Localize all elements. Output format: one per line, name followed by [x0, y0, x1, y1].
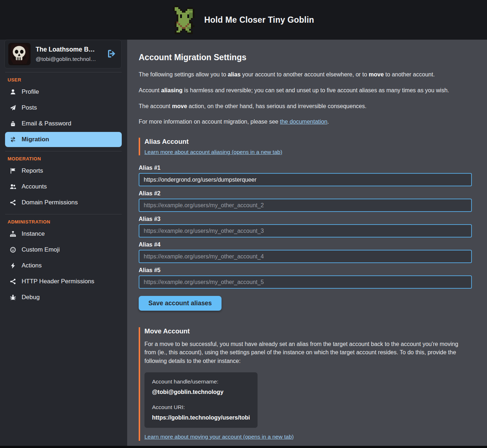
sidebar-item-migration[interactable]: Migration [5, 132, 122, 147]
sidebar-item-debug[interactable]: Debug [5, 290, 122, 305]
sign-out-icon [107, 49, 116, 59]
sidebar-item-label: Domain Permissions [22, 199, 78, 206]
share-nodes-icon [9, 199, 16, 206]
sidebar-item-label: Debug [22, 294, 40, 301]
sidebar: The Loathsome B… @tobi@goblin.technol… U… [0, 40, 127, 448]
sidebar-item-domain-permissions[interactable]: Domain Permissions [5, 195, 122, 210]
move-details-box: Account handle/username: @tobi@goblin.te… [144, 372, 258, 428]
alias-field: Alias #4 [139, 241, 472, 263]
sidebar-item-label: Posts [22, 104, 37, 111]
sitemap-icon [9, 231, 16, 237]
alias-field: Alias #2 [139, 190, 472, 212]
alias-form: Alias #1 Alias #2 Alias #3 Alias #4 Alia… [139, 165, 472, 289]
alias-docs-link[interactable]: Learn more about account aliasing (opens… [144, 149, 282, 155]
transfer-icon [9, 136, 16, 143]
user-card[interactable]: The Loathsome B… @tobi@goblin.technol… [4, 40, 122, 68]
sidebar-nav: USERProfilePostsEmail & PasswordMigratio… [0, 72, 127, 309]
smiley-icon [9, 247, 16, 253]
documentation-link[interactable]: the documentation [280, 119, 327, 125]
sidebar-item-custom-emoji[interactable]: Custom Emoji [5, 242, 122, 257]
avatar [8, 43, 31, 65]
alias-field: Alias #1 [139, 165, 472, 186]
alias-field: Alias #3 [139, 216, 472, 238]
account-uri-value: https://goblin.technology/users/tobi [152, 414, 250, 421]
alias-field: Alias #5 [139, 267, 472, 289]
alias-section: Alias Account Learn more about account a… [139, 138, 472, 311]
sidebar-item-reports[interactable]: Reports [5, 163, 122, 178]
sidebar-section-label: USER [8, 77, 122, 83]
logout-button[interactable] [106, 49, 118, 59]
sidebar-section-user: USERProfilePostsEmail & PasswordMigratio… [5, 72, 122, 151]
app-root: Hold Me Closer Tiny Goblin [0, 0, 487, 448]
account-uri-label: Account URI: [152, 404, 250, 411]
sidebar-item-instance[interactable]: Instance [5, 226, 122, 241]
sidebar-item-label: Profile [22, 88, 39, 96]
user-handle: @tobi@goblin.technol… [36, 56, 100, 62]
display-name: The Loathsome B… [36, 46, 100, 53]
sidebar-section-administration: ADMINISTRATIONInstanceCustom EmojiAction… [5, 214, 122, 309]
alias-field-label: Alias #2 [139, 190, 472, 197]
sidebar-section-label: ADMINISTRATION [8, 219, 122, 225]
sidebar-section-moderation: MODERATIONReportsAccountsDomain Permissi… [5, 151, 122, 214]
sidebar-item-profile[interactable]: Profile [5, 84, 122, 99]
intro-paragraph-3: The account move action, on the other ha… [139, 103, 472, 110]
sidebar-item-actions[interactable]: Actions [5, 258, 122, 273]
alias-input[interactable] [139, 224, 472, 238]
goblin-logo-icon [173, 5, 198, 34]
sidebar-item-label: Instance [22, 230, 45, 238]
instance-home-link[interactable]: Hold Me Closer Tiny Goblin [173, 5, 314, 34]
sidebar-item-label: Email & Password [22, 120, 71, 127]
sidebar-item-label: Migration [22, 136, 49, 143]
alias-field-label: Alias #5 [139, 267, 472, 274]
alias-input[interactable] [139, 173, 472, 186]
sidebar-item-label: Custom Emoji [22, 246, 60, 253]
alias-input[interactable] [139, 250, 472, 263]
bug-icon [9, 294, 16, 301]
alias-input[interactable] [139, 199, 472, 212]
page-title: Account Migration Settings [139, 53, 472, 62]
main-panel: Account Migration Settings The following… [127, 40, 487, 448]
sidebar-item-label: Actions [22, 262, 42, 269]
move-section: Move Account For a move to be successful… [139, 327, 472, 441]
alias-field-label: Alias #1 [139, 165, 472, 171]
user-icon [9, 89, 16, 95]
intro-paragraph-1: The following settings allow you to alia… [139, 71, 472, 79]
viewport-bottom-edge [0, 446, 487, 448]
move-description: For a move to be successful, you must ha… [144, 340, 463, 365]
sidebar-item-posts[interactable]: Posts [5, 100, 122, 115]
paper-plane-icon [9, 105, 16, 111]
move-docs-link[interactable]: Learn more about moving your account (op… [144, 434, 294, 440]
intro-paragraph-4: For more information on account migratio… [139, 118, 472, 126]
move-section-title: Move Account [144, 327, 472, 335]
sidebar-item-http-header-permissions[interactable]: HTTP Header Permissions [5, 274, 122, 289]
header: Hold Me Closer Tiny Goblin [0, 0, 487, 40]
sidebar-item-label: Reports [22, 167, 43, 174]
sidebar-section-label: MODERATION [8, 156, 122, 161]
lock-icon [9, 120, 16, 127]
account-handle-label: Account handle/username: [152, 378, 250, 385]
sidebar-item-label: HTTP Header Permissions [22, 278, 94, 285]
instance-title: Hold Me Closer Tiny Goblin [204, 15, 314, 25]
share-nodes-icon [9, 278, 16, 285]
sidebar-item-label: Accounts [22, 183, 47, 190]
bolt-icon [9, 262, 16, 269]
alias-section-title: Alias Account [144, 138, 472, 146]
alias-field-label: Alias #3 [139, 216, 472, 222]
sidebar-item-accounts[interactable]: Accounts [5, 179, 122, 194]
alias-input[interactable] [139, 275, 472, 289]
account-handle-value: @tobi@goblin.technology [152, 389, 250, 395]
alias-field-label: Alias #4 [139, 241, 472, 248]
intro-paragraph-2: Account aliasing is harmless and reversi… [139, 87, 472, 94]
flag-icon [9, 168, 16, 174]
user-meta: The Loathsome B… @tobi@goblin.technol… [36, 46, 100, 62]
save-aliases-button[interactable]: Save account aliases [139, 296, 222, 311]
alias-section-header: Alias Account Learn more about account a… [139, 138, 472, 155]
sidebar-item-email-password[interactable]: Email & Password [5, 116, 122, 131]
users-icon [9, 183, 16, 190]
